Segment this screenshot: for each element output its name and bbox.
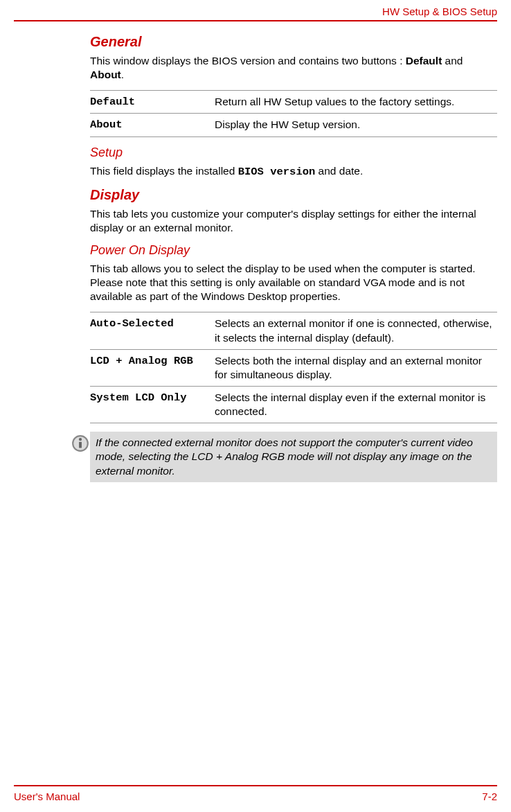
footer-right: 7-2 — [482, 791, 497, 802]
note-row: If the connected external monitor does n… — [71, 432, 497, 482]
desc: Display the HW Setup version. — [215, 114, 497, 136]
poweron-text: This tab allows you to select the displa… — [90, 262, 497, 303]
text: This window displays the BIOS version an… — [90, 55, 406, 67]
term: System LCD Only — [90, 386, 215, 423]
text: This field displays the installed — [90, 165, 238, 177]
text-mono: BIOS version — [238, 166, 316, 178]
footer-rule — [14, 785, 497, 786]
heading-setup: Setup — [90, 145, 497, 160]
display-text: This tab lets you customize your compute… — [90, 207, 497, 235]
table-row: Auto-Selected Selects an external monito… — [90, 312, 497, 349]
footer-left: User's Manual — [14, 791, 80, 802]
heading-poweron: Power On Display — [90, 243, 497, 258]
page-footer: User's Manual 7-2 — [14, 785, 497, 802]
term: Default — [90, 91, 215, 114]
desc: Selects the internal display even if the… — [215, 386, 497, 423]
desc: Return all HW Setup values to the factor… — [215, 91, 497, 114]
info-icon — [71, 434, 90, 452]
term: LCD + Analog RGB — [90, 349, 215, 386]
table-row: Default Return all HW Setup values to th… — [90, 91, 497, 114]
page-header: HW Setup & BIOS Setup — [14, 0, 497, 20]
table-row: About Display the HW Setup version. — [90, 114, 497, 136]
svg-rect-2 — [79, 442, 82, 448]
text: . — [121, 69, 124, 80]
svg-point-3 — [79, 438, 82, 441]
header-rule — [14, 20, 497, 21]
text: and — [442, 55, 463, 67]
general-intro: This window displays the BIOS version an… — [90, 54, 497, 82]
note-box: If the connected external monitor does n… — [90, 432, 497, 482]
text-bold: About — [90, 69, 121, 80]
heading-display: Display — [90, 187, 497, 203]
text: and date. — [315, 165, 363, 177]
text-bold: Default — [406, 55, 442, 67]
desc: Selects an external monitor if one is co… — [215, 312, 497, 349]
setup-text: This field displays the installed BIOS v… — [90, 164, 497, 179]
table-row: LCD + Analog RGB Selects both the intern… — [90, 349, 497, 386]
desc: Selects both the internal display and an… — [215, 349, 497, 386]
table-row: System LCD Only Selects the internal dis… — [90, 386, 497, 423]
term: Auto-Selected — [90, 312, 215, 349]
term: About — [90, 114, 215, 136]
general-table: Default Return all HW Setup values to th… — [90, 90, 497, 136]
heading-general: General — [90, 34, 497, 50]
poweron-table: Auto-Selected Selects an external monito… — [90, 312, 497, 423]
